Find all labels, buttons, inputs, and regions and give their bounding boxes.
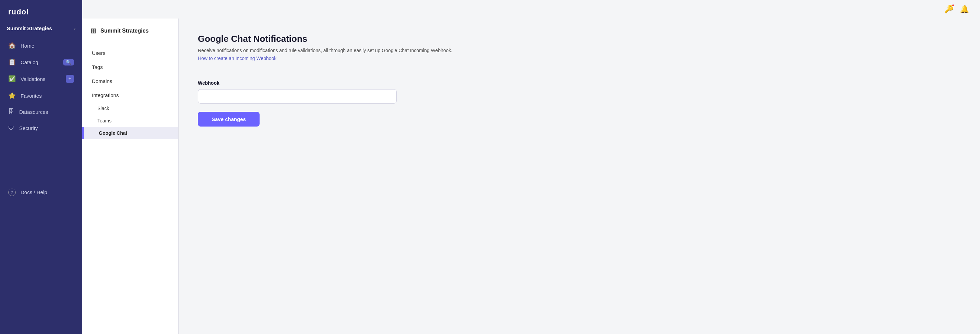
favorites-icon: ⭐ [8, 92, 16, 99]
save-changes-button[interactable]: Save changes [198, 112, 259, 127]
key-icon[interactable]: 🔑 [944, 5, 954, 14]
secondary-sidebar-org-name: Summit Strategies [100, 28, 148, 34]
secondary-sidebar-item-integrations[interactable]: Integrations [82, 88, 178, 102]
grid-icon: ⊞ [91, 27, 96, 35]
secondary-sidebar-item-tags[interactable]: Tags [82, 60, 178, 74]
webhook-input[interactable] [198, 89, 397, 103]
sidebar-bottom: ? Docs / Help [0, 184, 82, 334]
validations-icon: ✅ [8, 75, 16, 83]
webhook-form: Webhook Save changes [198, 80, 961, 127]
sidebar-item-favorites[interactable]: ⭐ Favorites [0, 87, 82, 104]
sidebar-item-datasources[interactable]: 🗄 Datasources [0, 104, 82, 120]
content-area: ⊞ Summit Strategies Users Tags Domains I… [82, 19, 980, 334]
key-notification-dot [951, 4, 955, 7]
sidebar-item-label: Home [21, 43, 34, 49]
sidebar-item-label: Security [19, 125, 38, 131]
secondary-sidebar-sub-teams[interactable]: Teams [82, 115, 178, 127]
main-area: 🔑 🔔 ⊞ Summit Strategies Users Tags Domai… [82, 0, 980, 334]
webhook-label: Webhook [198, 80, 961, 86]
sidebar-item-label: Docs / Help [21, 189, 47, 195]
catalog-icon: 📋 [8, 58, 16, 66]
app-logo: rudol [0, 0, 82, 22]
sidebar-item-home[interactable]: 🏠 Home [0, 37, 82, 54]
secondary-sidebar-sub-slack[interactable]: Slack [82, 102, 178, 115]
incoming-webhook-link[interactable]: How to create an Incoming Webhook [198, 56, 276, 61]
validations-add-badge[interactable]: + [66, 75, 74, 83]
org-name: Summit Strategies [7, 25, 52, 31]
sidebar: rudol Summit Strategies › 🏠 Home 📋 Catal… [0, 0, 82, 334]
sidebar-item-label: Catalog [21, 59, 38, 65]
home-icon: 🏠 [8, 42, 16, 49]
page-content: Google Chat Notifications Receive notifi… [179, 19, 980, 334]
shield-icon: 🛡 [8, 124, 14, 132]
page-title: Google Chat Notifications [198, 33, 961, 44]
catalog-search-badge[interactable]: 🔍 [63, 59, 74, 65]
main-nav: 🏠 Home 📋 Catalog 🔍 ✅ Validations + ⭐ Fav… [0, 37, 82, 184]
sidebar-item-security[interactable]: 🛡 Security [0, 120, 82, 136]
sidebar-item-label: Validations [21, 76, 45, 82]
secondary-sidebar-header: ⊞ Summit Strategies [82, 27, 178, 43]
sidebar-item-label: Favorites [21, 93, 42, 99]
secondary-sidebar-sub-google-chat[interactable]: Google Chat [82, 127, 178, 139]
sidebar-item-docs-help[interactable]: ? Docs / Help [0, 184, 82, 200]
sidebar-item-label: Datasources [19, 109, 48, 115]
secondary-sidebar-item-users[interactable]: Users [82, 46, 178, 60]
page-description: Receive notifications on modifications a… [198, 48, 961, 53]
bell-icon[interactable]: 🔔 [960, 5, 969, 14]
secondary-sidebar: ⊞ Summit Strategies Users Tags Domains I… [82, 19, 178, 334]
org-chevron: › [74, 26, 75, 31]
datasources-icon: 🗄 [8, 108, 14, 116]
sidebar-item-validations[interactable]: ✅ Validations + [0, 70, 82, 87]
secondary-sidebar-section: Users Tags Domains Integrations Slack Te… [82, 43, 178, 142]
secondary-sidebar-item-domains[interactable]: Domains [82, 74, 178, 88]
org-switcher[interactable]: Summit Strategies › [0, 22, 82, 37]
topbar: 🔑 🔔 [82, 0, 980, 19]
sidebar-item-catalog[interactable]: 📋 Catalog 🔍 [0, 54, 82, 70]
help-icon: ? [8, 189, 16, 196]
